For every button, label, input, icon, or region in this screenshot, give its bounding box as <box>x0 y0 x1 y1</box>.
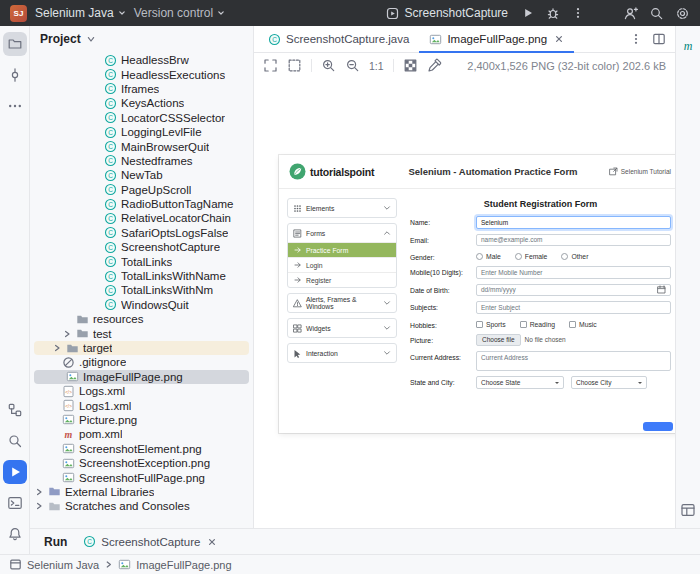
tree-item-mainbrowserquit[interactable]: CMainBrowserQuit <box>30 139 253 153</box>
tree-item-newtab[interactable]: CNewTab <box>30 168 253 182</box>
code-with-me-button[interactable] <box>623 6 638 21</box>
tree-item-external-libraries[interactable]: External Libraries <box>30 485 253 499</box>
tree-item-resources[interactable]: resources <box>30 312 253 326</box>
tree-item-screenshotcapture[interactable]: CScreenshotCapture <box>30 240 253 254</box>
close-icon[interactable] <box>207 537 217 547</box>
select-choose-state[interactable]: Choose State <box>476 376 564 389</box>
color-picker-button[interactable] <box>427 58 442 73</box>
tree-item-test[interactable]: test <box>30 326 253 340</box>
notifications-button[interactable] <box>3 522 27 546</box>
registration-form: Student Registration Form Name:SeleniumE… <box>410 198 673 394</box>
find-tool-button[interactable] <box>3 429 27 453</box>
menu-item-register[interactable]: Register <box>288 272 396 287</box>
close-icon[interactable] <box>554 34 564 44</box>
commit-tool-button[interactable] <box>3 63 27 87</box>
tree-item-nestedframes[interactable]: CNestedframes <box>30 154 253 168</box>
vcs-menu[interactable]: Version control <box>134 6 225 20</box>
zoom-actual-button[interactable]: 1:1 <box>369 60 384 72</box>
tree-item-locatorcssselector[interactable]: CLocatorCSSSelector <box>30 111 253 125</box>
debug-button[interactable] <box>546 6 560 20</box>
maven-tool-button[interactable]: m <box>676 33 700 57</box>
settings-button[interactable] <box>675 6 690 21</box>
project-menu[interactable]: Selenium Java <box>35 6 126 20</box>
tree-item-screenshotfullpage-png[interactable]: ScreenshotFullPage.png <box>30 470 253 484</box>
tree-item-logs1-xml[interactable]: </>Logs1.xml <box>30 398 253 412</box>
tree-item-headlessexecutions[interactable]: CHeadlessExecutions <box>30 67 253 81</box>
tree-item-pom-xml[interactable]: mpom.xml <box>30 427 253 441</box>
form-input-mobile-10-digits[interactable]: Enter Mobile Number <box>476 266 671 279</box>
zoom-fit-button[interactable] <box>263 58 278 73</box>
tutorialspoint-logo[interactable]: tutorialspoint <box>289 163 407 180</box>
project-panel-header[interactable]: Project <box>30 26 253 52</box>
tree-item-windowsquit[interactable]: CWindowsQuit <box>30 298 253 312</box>
tree-item-logginglevlfile[interactable]: CLoggingLevlFile <box>30 125 253 139</box>
radio-option-female[interactable]: Female <box>515 253 548 260</box>
tree-item-headlessbrw[interactable]: CHeadlessBrw <box>30 53 253 67</box>
run-tab[interactable]: C ScreenshotCapture <box>83 535 217 548</box>
radio-option-male[interactable]: Male <box>476 253 501 260</box>
choose-file-button[interactable]: Choose file <box>476 334 521 347</box>
menu-item-login[interactable]: Login <box>288 257 396 272</box>
editor-tab-screenshotcapture-java[interactable]: CScreenshotCapture.java <box>258 26 419 52</box>
form-input-name[interactable]: Selenium <box>476 216 671 229</box>
tree-item-target[interactable]: target <box>34 341 249 355</box>
file-type-icon <box>48 485 61 498</box>
form-textarea[interactable]: Current Address <box>476 351 671 371</box>
form-control: Enter Subject <box>476 301 671 314</box>
run-tool-button[interactable] <box>3 460 27 484</box>
tree-item-label: KeysActions <box>121 97 184 109</box>
tree-item-gitignore[interactable]: .gitignore <box>30 355 253 369</box>
run-button[interactable] <box>521 6 535 20</box>
tree-item-iframes[interactable]: CIframes <box>30 82 253 96</box>
terminal-tool-button[interactable] <box>3 491 27 515</box>
tree-item-screenshotelement-png[interactable]: ScreenshotElement.png <box>30 442 253 456</box>
tree-item-totallinks[interactable]: CTotalLinks <box>30 254 253 268</box>
tree-item-totallinkswithname[interactable]: CTotalLinksWithName <box>30 269 253 283</box>
layout-tool-button[interactable] <box>676 498 700 522</box>
run-config-selector[interactable]: ScreenshotCapture <box>386 6 508 20</box>
form-input-email[interactable]: name@example.com <box>476 234 671 247</box>
breadcrumb-file[interactable]: ImageFullPage.png <box>136 559 231 571</box>
breadcrumb-project[interactable]: Selenium Java <box>27 559 99 571</box>
menu-item-interaction[interactable]: Interaction <box>288 344 396 362</box>
tree-item-totallinkswithnm[interactable]: CTotalLinksWithNm <box>30 283 253 297</box>
tree-item-imagefullpage-png[interactable]: ImageFullPage.png <box>34 370 249 384</box>
search-everywhere-button[interactable] <box>649 6 664 21</box>
more-actions-button[interactable] <box>571 6 585 20</box>
project-tool-button[interactable] <box>3 32 27 56</box>
select-choose-city[interactable]: Choose City <box>571 376 647 389</box>
form-input-date-of-birth[interactable]: dd/mm/yyyy <box>476 284 671 297</box>
tab-options-button[interactable] <box>629 32 643 46</box>
submit-button[interactable] <box>643 422 673 431</box>
tree-item-pageupscroll[interactable]: CPageUpScroll <box>30 183 253 197</box>
menu-item-elements[interactable]: Elements <box>288 199 396 217</box>
form-input-subjects[interactable]: Enter Subject <box>476 301 671 314</box>
tree-item-picture-png[interactable]: Picture.png <box>30 413 253 427</box>
zoom-out-button[interactable] <box>345 58 360 73</box>
menu-item-practice-form[interactable]: Practice Form <box>288 242 396 257</box>
transparency-chessboard-button[interactable] <box>403 58 418 73</box>
checkbox-option-reading[interactable]: Reading <box>520 321 555 328</box>
tree-item-scratches-and-consoles[interactable]: Scratches and Consoles <box>30 499 253 513</box>
split-editor-button[interactable] <box>652 32 666 46</box>
checkbox-option-sports[interactable]: Sports <box>476 321 506 328</box>
structure-tool-button[interactable] <box>3 398 27 422</box>
tree-item-safarioptslogsfalse[interactable]: CSafariOptsLogsFalse <box>30 226 253 240</box>
tree-item-keysactions[interactable]: CKeysActions <box>30 96 253 110</box>
menu-item-widgets[interactable]: Widgets <box>288 319 396 337</box>
run-panel-title[interactable]: Run <box>44 535 67 549</box>
tree-item-logs-xml[interactable]: </>Logs.xml <box>30 384 253 398</box>
more-tool-windows-button[interactable] <box>3 94 27 118</box>
project-badge[interactable]: SJ <box>10 5 27 22</box>
tree-item-screenshotexception-png[interactable]: ScreenshotException.png <box>30 456 253 470</box>
selenium-tutorial-link[interactable]: Selenium Tutorial <box>579 167 671 176</box>
editor-tab-imagefullpage-png[interactable]: ImageFullPage.png <box>419 26 574 52</box>
tree-item-radiobuttontagname[interactable]: CRadioButtonTagName <box>30 197 253 211</box>
tree-item-relativelocatorchain[interactable]: CRelativeLocatorChain <box>30 211 253 225</box>
zoom-in-button[interactable] <box>321 58 336 73</box>
menu-item-forms[interactable]: Forms <box>288 224 396 242</box>
grid-toggle-button[interactable] <box>287 58 302 73</box>
radio-option-other[interactable]: Other <box>561 253 588 260</box>
checkbox-option-music[interactable]: Music <box>569 321 597 328</box>
menu-item-alerts-frames-windows[interactable]: Alerts, Frames & Windows <box>288 294 396 312</box>
